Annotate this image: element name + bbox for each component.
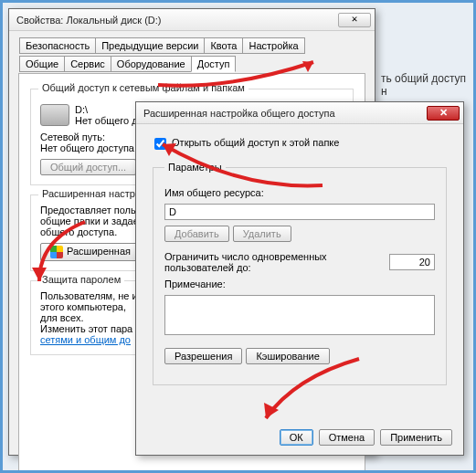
tab-previous-versions[interactable]: Предыдущие версии [95, 37, 205, 54]
tab-general[interactable]: Общие [19, 56, 65, 72]
ok-button[interactable]: ОК [280, 429, 313, 446]
permissions-button[interactable]: Разрешения [164, 348, 242, 364]
add-button[interactable]: Добавить [164, 226, 229, 242]
tab-tools[interactable]: Сервис [64, 56, 111, 72]
note-textarea[interactable] [164, 295, 435, 335]
params-fieldset: Параметры Имя общего ресурса: Добавить У… [153, 162, 447, 385]
params-legend: Параметры [164, 162, 226, 173]
password-protect-legend: Защита паролем [38, 274, 124, 285]
advanced-title: Расширенная настройка общего доступа [140, 108, 427, 119]
properties-title: Свойства: Локальный диск (D:) [13, 15, 338, 26]
advanced-sharing-button[interactable]: Расширенная [40, 243, 141, 261]
close-icon[interactable]: ✕ [338, 13, 371, 27]
open-share-row[interactable]: Открыть общий доступ к этой папке [151, 137, 339, 148]
tab-security[interactable]: Безопасность [19, 37, 96, 54]
share-button[interactable]: Общий доступ... [40, 159, 136, 175]
advanced-sharing-dialog: Расширенная настройка общего доступа ✕ О… [135, 101, 464, 456]
close-icon[interactable]: ✕ [427, 106, 460, 121]
note-label: Примечание: [164, 279, 435, 289]
share-name-label: Имя общего ресурса: [164, 187, 435, 198]
apply-button[interactable]: Применить [380, 429, 452, 446]
limit-users-label: Ограничить число одновременных пользоват… [164, 251, 382, 273]
tab-quota[interactable]: Квота [204, 37, 243, 54]
remove-button[interactable]: Удалить [233, 226, 291, 242]
network-share-legend: Общий доступ к сетевым файлам и папкам [38, 82, 249, 93]
share-name-input[interactable] [164, 204, 435, 220]
background-hint-text: ть общий доступ н [381, 72, 473, 98]
tab-sharing[interactable]: Доступ [191, 56, 237, 72]
advanced-sharing-button-label: Расширенная [67, 246, 131, 257]
drive-icon [40, 104, 69, 126]
open-share-checkbox[interactable] [154, 138, 166, 150]
shield-icon [50, 246, 63, 258]
advanced-titlebar[interactable]: Расширенная настройка общего доступа ✕ [136, 102, 463, 124]
limit-users-input[interactable] [389, 254, 435, 270]
cancel-button[interactable]: Отмена [319, 429, 375, 446]
network-center-link[interactable]: сетями и общим до [40, 334, 131, 345]
open-share-label: Открыть общий доступ к этой папке [172, 137, 339, 148]
tab-customize[interactable]: Настройка [242, 37, 304, 54]
properties-titlebar[interactable]: Свойства: Локальный диск (D:) ✕ [9, 9, 375, 31]
tab-hardware[interactable]: Оборудование [111, 56, 192, 72]
caching-button[interactable]: Кэширование [246, 348, 329, 364]
